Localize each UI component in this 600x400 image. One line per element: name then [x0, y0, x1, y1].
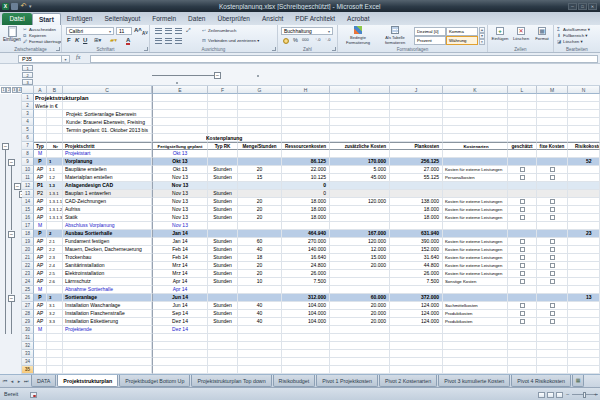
cell[interactable] [568, 366, 600, 374]
row-header-22[interactable]: 22 [22, 262, 34, 270]
cell[interactable]: 26.000 [390, 270, 443, 278]
cell[interactable]: Okt 13 [152, 166, 208, 174]
row-header-27[interactable]: 27 [22, 302, 34, 310]
cell[interactable]: 16.640 [282, 254, 330, 262]
cell[interactable] [390, 150, 443, 158]
cell[interactable] [568, 326, 600, 334]
cell[interactable]: Abschluss Vorplanung [63, 222, 152, 230]
ribbon-tab-ansicht[interactable]: Ansicht [256, 13, 289, 25]
cell[interactable]: 2.3 [47, 254, 63, 262]
cell[interactable] [537, 366, 568, 374]
cell[interactable]: Feb 14 [152, 254, 208, 262]
row-header-33[interactable]: 33 [22, 350, 34, 358]
cell[interactable]: Kosten für externe Leistungen [443, 198, 508, 206]
row-header-21[interactable]: 21 [22, 254, 34, 262]
cell[interactable]: 1 [47, 158, 63, 166]
cell[interactable] [508, 166, 537, 174]
cell[interactable] [238, 366, 282, 374]
cell[interactable]: Stunden [208, 246, 238, 254]
cell[interactable] [443, 102, 508, 110]
cell[interactable] [282, 150, 330, 158]
cell[interactable] [508, 246, 537, 254]
cell[interactable] [47, 326, 63, 334]
cell[interactable] [568, 318, 600, 326]
cell[interactable]: Ausbau Sortierhalle [63, 230, 152, 238]
cell[interactable]: 3.3 [47, 318, 63, 326]
cell[interactable]: AP [34, 198, 47, 206]
cell[interactable]: zusätzliche Kosten [330, 142, 390, 150]
increase-decimal-icon[interactable]: ⁺.0 [315, 37, 320, 42]
cell[interactable] [282, 110, 330, 118]
fixe-kosten-checkbox[interactable] [550, 303, 555, 308]
cell[interactable]: AP [34, 246, 47, 254]
geschaetzt-checkbox[interactable] [520, 271, 525, 276]
column-header-A[interactable]: A [34, 86, 47, 94]
cell[interactable] [568, 262, 600, 270]
cell[interactable]: Anlagendesign CAD [63, 182, 152, 190]
cell[interactable]: Trockenbau [63, 254, 152, 262]
cell[interactable] [443, 118, 508, 126]
cell[interactable] [282, 134, 330, 142]
cell[interactable]: M [34, 326, 47, 334]
cell[interactable] [152, 110, 208, 118]
cell[interactable] [330, 206, 390, 214]
row-header-32[interactable]: 32 [22, 342, 34, 350]
row-header-11[interactable]: 11 [22, 174, 34, 182]
cell[interactable]: Okt 13 [152, 158, 208, 166]
cell[interactable]: Stunden [208, 270, 238, 278]
cell[interactable] [443, 358, 508, 366]
decrease-decimal-icon[interactable]: ⁻.0 [325, 37, 330, 42]
cell[interactable] [390, 110, 443, 118]
cell[interactable] [47, 358, 63, 366]
cell[interactable] [282, 366, 330, 374]
cell[interactable]: AP [34, 262, 47, 270]
col-outline-level-2[interactable]: 2 [22, 72, 33, 78]
cell[interactable] [208, 342, 238, 350]
cell[interactable] [508, 126, 537, 134]
style-gallery-item-3[interactable]: Prozent [414, 36, 446, 45]
cell[interactable]: 40 [238, 310, 282, 318]
cell[interactable] [208, 222, 238, 230]
cell[interactable] [34, 366, 47, 374]
cell[interactable]: Dez 14 [152, 326, 208, 334]
gallery-more-icon[interactable]: ▾ [479, 39, 485, 45]
collapse-columns-icon[interactable]: − [214, 72, 221, 79]
cell[interactable] [282, 286, 330, 294]
macro-record-icon[interactable] [30, 392, 37, 398]
cell[interactable]: Fundament festigen [63, 238, 152, 246]
cell[interactable] [537, 278, 568, 286]
excel-logo-icon[interactable]: X [2, 3, 9, 10]
cell[interactable] [330, 334, 390, 342]
font-color-icon[interactable]: A [126, 37, 130, 45]
cell[interactable] [208, 182, 238, 190]
cell[interactable]: Stunden [208, 262, 238, 270]
geschaetzt-checkbox[interactable] [520, 247, 525, 252]
fixe-kosten-checkbox[interactable] [550, 319, 555, 324]
cell[interactable]: Stunden [208, 238, 238, 246]
row-header-23[interactable]: 23 [22, 270, 34, 278]
cell[interactable] [208, 230, 238, 238]
fixe-kosten-checkbox[interactable] [550, 311, 555, 316]
cell[interactable] [390, 358, 443, 366]
cell[interactable] [63, 134, 152, 142]
select-all-corner[interactable] [22, 86, 34, 94]
alignment-dialog-launcher-icon[interactable] [272, 47, 276, 51]
cell[interactable]: P [34, 230, 47, 238]
cell[interactable] [282, 350, 330, 358]
cell[interactable]: Projektschritt [63, 142, 152, 150]
ribbon-tab-acrobat[interactable]: Acrobat [341, 13, 375, 25]
cell[interactable]: 124.000 [390, 310, 443, 318]
fixe-kosten-checkbox[interactable] [550, 263, 555, 268]
align-bottom-icon[interactable] [175, 28, 182, 34]
clipboard-dialog-launcher-icon[interactable] [56, 47, 60, 51]
cell[interactable] [152, 102, 208, 110]
cell[interactable] [47, 334, 63, 342]
cell[interactable] [47, 126, 63, 134]
cell[interactable] [238, 294, 282, 302]
row-header-24[interactable]: 24 [22, 278, 34, 286]
ribbon-tab-seitenlayout[interactable]: Seitenlayout [98, 13, 146, 25]
align-top-icon[interactable] [155, 28, 162, 34]
cell[interactable] [152, 134, 208, 142]
cell[interactable] [508, 334, 537, 342]
fixe-kosten-checkbox[interactable] [550, 271, 555, 276]
